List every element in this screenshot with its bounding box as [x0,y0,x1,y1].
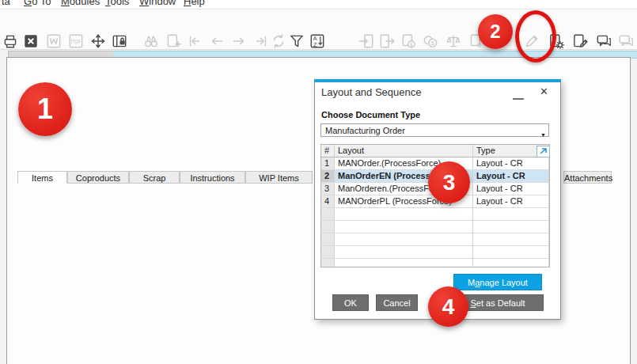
step-badge-3: 3 [428,161,470,203]
layout-row-empty-cell [321,259,335,267]
layout-row-4-cell[interactable]: Layout - CR [473,195,549,208]
layout-row-3-cell[interactable]: Layout - CR [473,183,549,195]
payment-incoming-icon[interactable] [358,32,375,50]
previous-record-icon[interactable] [208,32,226,50]
dialog-column-header-layout: Layout [335,145,473,157]
alerts-icon[interactable] [617,32,635,50]
annotation-ring-step2 [515,10,556,63]
document-payment-icon[interactable]: $ [400,32,417,50]
layout-row-empty-cell [321,246,335,259]
messages-icon[interactable] [595,32,612,50]
export-pdf-icon[interactable]: PDF [67,32,85,50]
manage-layout-button[interactable]: Manage Layout [453,274,542,290]
tab-instructions[interactable]: Instructions [180,171,245,184]
payment-outgoing-icon[interactable] [378,32,396,50]
add-record-icon[interactable] [165,32,182,50]
dialog-accent-bar [314,79,561,82]
sort-table-icon[interactable]: AZ [309,32,326,50]
svg-text:PDF: PDF [70,39,81,44]
dialog-close-icon[interactable]: ✕ [540,85,548,97]
refresh-record-icon[interactable] [270,32,287,50]
last-record-icon[interactable] [252,32,270,50]
layout-row-2-cell[interactable]: Layout - CR [473,170,549,183]
next-record-icon[interactable] [230,32,248,50]
layout-row-empty-cell [335,233,473,246]
tab-scrap[interactable]: Scrap [129,171,180,184]
payment-means-icon[interactable]: $ [422,32,439,50]
first-record-icon[interactable] [186,32,203,50]
step-badge-2: 2 [478,14,513,49]
svg-text:$: $ [410,42,413,48]
choose-document-type-label: Choose Document Type [321,110,420,119]
move-icon[interactable] [89,32,107,50]
menu-item-tools[interactable]: Tools [105,0,129,9]
layout-row-empty-cell [473,259,549,267]
layout-row-empty-cell [321,221,335,233]
document-type-dropdown[interactable]: Manufacturing Order▼ [320,123,549,137]
ok-button[interactable]: OK [332,294,369,311]
dialog-title: Layout and Sequence [321,86,422,98]
menu-item-ta[interactable]: ta [2,0,10,9]
filter-table-icon[interactable] [288,32,305,50]
tab-wip-items[interactable]: WIP Items [245,171,313,184]
step-badge-4: 4 [428,286,468,327]
gross-profit-icon[interactable] [445,32,462,50]
layout-row-4-cell[interactable]: 4 [321,195,335,208]
step-badge-1: 1 [18,82,72,136]
menu-item-modules[interactable]: Modules [61,0,100,9]
expand-table-icon[interactable] [537,146,550,157]
tab-items[interactable]: Items [17,171,67,184]
svg-text:S: S [477,42,481,49]
layout-row-empty-cell [321,208,335,221]
layout-row-empty-cell [473,233,549,246]
svg-text:$: $ [431,40,434,47]
layout-row-empty-cell [473,246,549,259]
menu-item-window[interactable]: Window [139,0,176,9]
print-icon[interactable] [2,32,19,50]
menu-bar: taGo ToModulesToolsWindowHelp [0,0,637,9]
layout-row-empty-cell [335,221,473,233]
layout-row-empty-cell [473,221,549,233]
lock-screen-icon[interactable] [111,32,128,50]
menu-item-help[interactable]: Help [184,0,205,9]
layout-row-empty-cell [335,259,473,267]
find-icon[interactable] [142,32,160,50]
chevron-down-icon[interactable]: ▼ [540,128,546,142]
layout-row-1-cell[interactable]: 1 [321,157,335,170]
export-excel-icon[interactable] [22,32,40,50]
layout-row-3-cell[interactable]: 3 [321,183,335,195]
layout-table: #LayoutType1MANOrder.(ProcessForce)Layou… [320,144,550,267]
layout-row-empty-cell [321,233,335,246]
layout-row-empty-cell [335,208,473,221]
layout-row-1-cell[interactable]: Layout - CR [473,157,549,170]
tab-coproducts[interactable]: Coproducts [67,171,129,184]
dialog-column-header-: # [321,145,335,157]
cancel-button[interactable]: Cancel [376,294,418,311]
export-word-icon[interactable] [45,32,63,50]
menu-item-go-to[interactable]: Go To [24,0,51,9]
tab-attachments[interactable]: Attachments [563,171,612,184]
user-defined-fields-icon[interactable] [571,32,589,50]
layout-row-empty-cell [335,246,473,259]
dialog-minimize-icon[interactable] [513,89,524,100]
layout-row-empty-cell [473,208,549,221]
layout-row-2-cell[interactable]: 2 [321,170,335,183]
svg-text:Z: Z [313,42,317,48]
